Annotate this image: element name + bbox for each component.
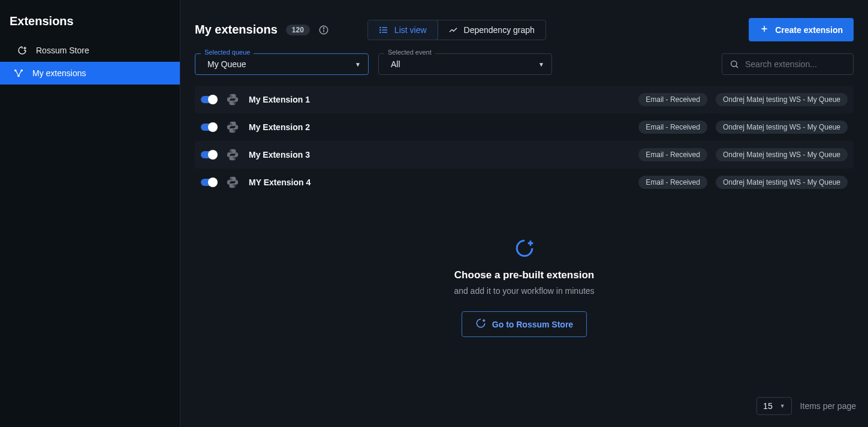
create-button-label: Create extension xyxy=(775,25,843,35)
promo-subtitle: and add it to your workflow in minutes xyxy=(180,286,868,296)
info-icon[interactable] xyxy=(318,25,329,35)
extension-row[interactable]: MY Extension 4 Email - Received Ondrej M… xyxy=(195,169,854,196)
go-to-store-button[interactable]: Go to Rossum Store xyxy=(462,311,587,337)
extension-name: My Extension 2 xyxy=(249,122,310,132)
queue-tag: Ondrej Matej testing WS - My Queue xyxy=(716,176,848,189)
extension-row[interactable]: My Extension 3 Email - Received Ondrej M… xyxy=(195,141,854,169)
store-promo-icon xyxy=(514,238,535,258)
tab-dependency-graph[interactable]: Dependency graph xyxy=(438,20,545,40)
tab-list-view[interactable]: List view xyxy=(367,20,438,40)
svg-point-13 xyxy=(380,32,381,32)
plus-icon xyxy=(760,24,769,35)
python-icon xyxy=(226,176,239,189)
svg-point-11 xyxy=(380,27,381,28)
filters-row: Selected queue My Queue ▼ Selected event… xyxy=(180,47,868,86)
page-title: My extensions xyxy=(195,23,278,37)
header-row: My extensions 120 List view Dependency g… xyxy=(180,0,868,47)
extension-name: My Extension 3 xyxy=(249,150,310,160)
sidebar: Extensions Rossum Store My extensions xyxy=(0,0,180,427)
go-to-store-label: Go to Rossum Store xyxy=(492,320,573,329)
sidebar-item-rossum-store[interactable]: Rossum Store xyxy=(4,39,176,62)
tab-label: Dependency graph xyxy=(464,25,535,35)
svg-point-12 xyxy=(380,29,381,30)
python-icon xyxy=(226,148,239,161)
chevron-down-icon: ▼ xyxy=(780,403,785,409)
tab-label: List view xyxy=(394,25,427,35)
event-tag: Email - Received xyxy=(638,148,707,161)
queue-tag: Ondrej Matej testing WS - My Queue xyxy=(716,121,848,134)
sidebar-item-label: My extensions xyxy=(32,68,86,78)
search-input-wrapper xyxy=(722,53,854,75)
promo-title: Choose a pre-built extension xyxy=(180,269,868,281)
python-icon xyxy=(226,121,239,134)
python-icon xyxy=(226,93,239,106)
event-select-label: Selected event xyxy=(384,49,435,56)
sidebar-item-my-extensions[interactable]: My extensions xyxy=(0,62,180,85)
prebuilt-promo: Choose a pre-built extension and add it … xyxy=(180,238,868,337)
search-icon xyxy=(730,59,739,69)
queue-select-value: My Queue xyxy=(207,59,246,69)
queue-tag: Ondrej Matej testing WS - My Queue xyxy=(716,93,848,106)
enable-toggle[interactable] xyxy=(201,179,216,186)
store-icon xyxy=(17,45,28,56)
queue-select[interactable]: Selected queue My Queue ▼ xyxy=(195,53,369,75)
sidebar-item-label: Rossum Store xyxy=(36,46,89,55)
queue-tag: Ondrej Matej testing WS - My Queue xyxy=(716,148,848,161)
extension-name: My Extension 1 xyxy=(249,95,310,104)
main-content: My extensions 120 List view Dependency g… xyxy=(180,0,868,427)
extension-name: MY Extension 4 xyxy=(249,178,311,187)
chevron-down-icon: ▼ xyxy=(355,61,361,68)
extension-row[interactable]: My Extension 2 Email - Received Ondrej M… xyxy=(195,113,854,141)
enable-toggle[interactable] xyxy=(201,96,216,103)
pagination-footer: 15 ▼ Items per page xyxy=(757,397,856,415)
svg-point-7 xyxy=(323,27,324,28)
extension-row[interactable]: My Extension 1 Email - Received Ondrej M… xyxy=(195,86,854,113)
chevron-down-icon: ▼ xyxy=(538,61,544,68)
page-size-select[interactable]: 15 ▼ xyxy=(757,397,792,415)
create-extension-button[interactable]: Create extension xyxy=(749,18,854,41)
search-input[interactable] xyxy=(745,59,850,69)
chart-line-icon xyxy=(448,25,458,35)
extensions-list: My Extension 1 Email - Received Ondrej M… xyxy=(180,86,868,196)
graph-icon xyxy=(13,68,24,79)
list-icon xyxy=(379,25,388,35)
page-size-label: Items per page xyxy=(800,401,856,411)
svg-point-16 xyxy=(731,61,737,67)
page-size-value: 15 xyxy=(763,401,773,411)
view-tabs: List view Dependency graph xyxy=(367,20,546,40)
event-tag: Email - Received xyxy=(638,121,707,134)
event-tag: Email - Received xyxy=(638,176,707,189)
event-select[interactable]: Selected event All ▼ xyxy=(378,53,552,75)
count-badge: 120 xyxy=(286,25,310,35)
enable-toggle[interactable] xyxy=(201,124,216,131)
queue-select-label: Selected queue xyxy=(201,49,254,56)
enable-toggle[interactable] xyxy=(201,151,216,158)
sidebar-title: Extensions xyxy=(0,11,180,39)
svg-line-17 xyxy=(736,66,738,68)
event-tag: Email - Received xyxy=(638,93,707,106)
store-icon xyxy=(475,318,486,330)
event-select-value: All xyxy=(391,59,400,69)
